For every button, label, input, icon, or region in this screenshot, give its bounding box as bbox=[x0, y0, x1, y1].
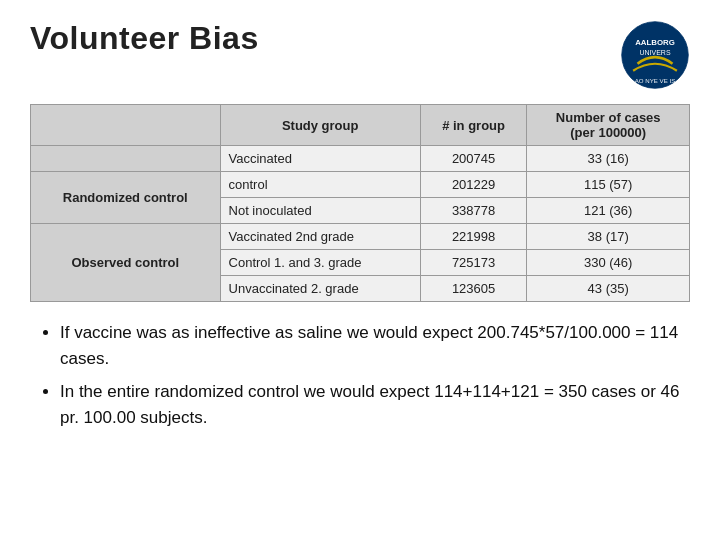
table-row: Randomized control control 201229 115 (5… bbox=[31, 172, 690, 198]
study-group-vaccinated: Vaccinated bbox=[220, 146, 420, 172]
col-header-study-group: Study group bbox=[220, 105, 420, 146]
page-title: Volunteer Bias bbox=[30, 20, 259, 57]
data-table-wrapper: Study group # in group Number of cases(p… bbox=[30, 104, 690, 302]
study-group-not-inoculated: Not inoculated bbox=[220, 198, 420, 224]
data-table: Study group # in group Number of cases(p… bbox=[30, 104, 690, 302]
header: Volunteer Bias AALBORG UNIVERS AO NYE VE… bbox=[30, 20, 690, 90]
study-group-ctrl13: Control 1. and 3. grade bbox=[220, 250, 420, 276]
cases-vacc2nd: 38 (17) bbox=[527, 224, 690, 250]
table-row: Observed control Vaccinated 2nd grade 22… bbox=[31, 224, 690, 250]
svg-text:AO NYE VE IS: AO NYE VE IS bbox=[635, 77, 675, 84]
row-label-observed: Observed control bbox=[31, 224, 221, 302]
num-group-vacc2nd: 221998 bbox=[420, 224, 527, 250]
svg-text:AALBORG: AALBORG bbox=[635, 38, 675, 47]
slide: Volunteer Bias AALBORG UNIVERS AO NYE VE… bbox=[0, 0, 720, 540]
col-header-num-cases: Number of cases(per 100000) bbox=[527, 105, 690, 146]
cases-not-inoculated: 121 (36) bbox=[527, 198, 690, 224]
num-group-vaccinated: 200745 bbox=[420, 146, 527, 172]
cases-unvacc2nd: 43 (35) bbox=[527, 276, 690, 302]
cases-ctrl13: 330 (46) bbox=[527, 250, 690, 276]
num-group-control: 201229 bbox=[420, 172, 527, 198]
study-group-vacc2nd: Vaccinated 2nd grade bbox=[220, 224, 420, 250]
num-group-ctrl13: 725173 bbox=[420, 250, 527, 276]
bullet-item-2: In the entire randomized control we woul… bbox=[60, 379, 690, 430]
study-group-unvacc2nd: Unvaccinated 2. grade bbox=[220, 276, 420, 302]
bullet-list: If vaccine was as ineffective as saline … bbox=[30, 320, 690, 438]
logo-icon: AALBORG UNIVERS AO NYE VE IS bbox=[620, 20, 690, 90]
row-label-randomized: Randomized control bbox=[31, 172, 221, 224]
cases-control: 115 (57) bbox=[527, 172, 690, 198]
study-group-control: control bbox=[220, 172, 420, 198]
table-row: Vaccinated 200745 33 (16) bbox=[31, 146, 690, 172]
row-label-empty-1 bbox=[31, 146, 221, 172]
bullet-item-1: If vaccine was as ineffective as saline … bbox=[60, 320, 690, 371]
col-header-empty bbox=[31, 105, 221, 146]
num-group-unvacc2nd: 123605 bbox=[420, 276, 527, 302]
num-group-not-inoculated: 338778 bbox=[420, 198, 527, 224]
col-header-num-group: # in group bbox=[420, 105, 527, 146]
svg-text:UNIVERS: UNIVERS bbox=[639, 49, 670, 56]
cases-vaccinated: 33 (16) bbox=[527, 146, 690, 172]
